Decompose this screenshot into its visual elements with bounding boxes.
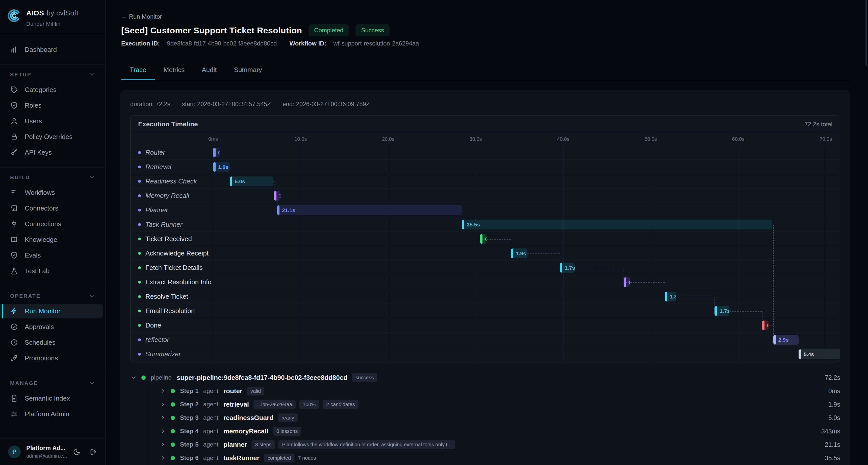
sidebar-item-connectors[interactable]: Connectors — [2, 201, 103, 215]
gantt-row-reflector: reflector2.9s — [130, 332, 840, 347]
logout-icon[interactable] — [90, 448, 97, 456]
tab-summary[interactable]: Summary — [225, 60, 271, 80]
node-dot-icon — [138, 295, 141, 298]
gantt-bar[interactable]: 0 — [480, 234, 487, 244]
sidebar-item-label: Schedules — [25, 339, 55, 347]
user-card[interactable]: P Platform Ad... admin@admin.c... — [0, 438, 105, 465]
sidebar-item-approvals[interactable]: Approvals — [2, 319, 103, 334]
bar-duration-label: 2.9s — [778, 337, 789, 343]
tab-metrics[interactable]: Metrics — [155, 60, 193, 80]
sidebar-item-knowledge[interactable]: Knowledge — [2, 232, 103, 247]
section-header-setup[interactable]: SETUP — [0, 71, 105, 81]
sidebar-item-connections[interactable]: Connections — [2, 216, 103, 231]
sidebar-item-semantic-index[interactable]: Semantic Index — [2, 391, 103, 406]
node-dot-icon — [138, 252, 141, 255]
chevron-right-icon[interactable] — [160, 388, 166, 394]
node-type: agent — [203, 455, 218, 462]
step-badge: completed — [264, 454, 294, 463]
sidebar-item-test-lab[interactable]: Test Lab — [2, 264, 103, 278]
node-type: agent — [203, 414, 218, 421]
workflow-id-label: Workflow ID: — [289, 40, 326, 47]
bar-duration-label: 1.3s — [670, 294, 676, 300]
axis-tick-label: 50.0s — [645, 136, 657, 142]
gantt-bar[interactable]: 5.0s — [230, 176, 273, 186]
axis-tick-label: 40.0s — [557, 136, 569, 142]
sidebar-item-api-keys[interactable]: API Keys — [2, 145, 103, 160]
tab-audit[interactable]: Audit — [193, 60, 225, 80]
bar-duration-label: 21.1s — [282, 207, 296, 213]
gantt-bar[interactable]: 5.4s — [799, 349, 840, 359]
app-title-suffix: by cvlSoft — [46, 9, 78, 17]
sidebar-item-run-monitor[interactable]: Run Monitor — [0, 304, 103, 318]
sidebar-item-workflows[interactable]: Workflows — [2, 185, 103, 200]
tree-row-pipeline[interactable]: pipelinesuper-pipeline:9de8fca8-fd17-4b9… — [130, 371, 840, 384]
node-duration: 72.2s — [825, 374, 840, 381]
sidebar-item-label: Test Lab — [25, 267, 50, 275]
bolt-icon — [10, 307, 18, 315]
tree-row-memoryrecall[interactable]: Step 4agentmemoryRecall0 lessons343ms — [160, 425, 840, 438]
chevron-right-icon[interactable] — [160, 428, 166, 434]
section-header-manage[interactable]: MANAGE — [0, 380, 105, 390]
tree-row-taskrunner[interactable]: Step 6agenttaskRunnercompleted7 nodes35.… — [160, 452, 840, 465]
agent-dot-icon — [138, 209, 141, 211]
sidebar-item-promotions[interactable]: Promotions — [2, 351, 103, 366]
bar-cap — [511, 249, 513, 258]
bar-cap — [714, 306, 717, 316]
sidebar-item-roles[interactable]: Roles — [2, 98, 103, 113]
section-header-build[interactable]: BUILD — [0, 174, 105, 184]
brand-logo-icon — [7, 9, 21, 22]
gantt-bar[interactable]: 1.9s — [511, 249, 527, 258]
gantt-bar[interactable]: 0 — [213, 148, 220, 157]
sidebar-item-platform-admin[interactable]: Platform Admin — [2, 407, 103, 421]
chevron-right-icon[interactable] — [160, 414, 166, 421]
section-header-operate[interactable]: OPERATE — [0, 293, 105, 303]
sidebar-item-evals[interactable]: Evals — [2, 248, 103, 263]
step-number: Step 2 — [180, 401, 199, 408]
gantt-bar[interactable]: 1.9s — [213, 162, 230, 172]
step-number: Step 1 — [180, 387, 199, 395]
run-meta: Execution ID: 9de8fca8-fd17-4b90-bc02-f3… — [121, 40, 425, 47]
tree-row-retrieval[interactable]: Step 2agentretrieval...ion-2a6294aa100%2… — [160, 398, 840, 411]
sidebar-item-categories[interactable]: Categories — [2, 82, 103, 97]
status-dot-icon — [171, 442, 175, 447]
tree-row-readinessguard[interactable]: Step 3agentreadinessGuardready5.0s — [160, 411, 840, 424]
page-scrollbar[interactable] — [866, 0, 867, 66]
dependency-connector — [730, 311, 762, 312]
gantt-row-name: Email Resolution — [146, 307, 195, 315]
status-badge-completed: Completed — [309, 24, 349, 36]
chevron-down-icon[interactable] — [130, 374, 137, 381]
sidebar-section-manage: MANAGESemantic IndexPlatform Admin — [0, 373, 105, 421]
sidebar-item-dashboard[interactable]: Dashboard — [2, 42, 103, 57]
dependency-connector — [527, 254, 560, 254]
node-duration: 343ms — [821, 428, 840, 435]
gantt-bar[interactable]: 35.5s — [462, 220, 773, 230]
tree-row-planner[interactable]: Step 5agentplanner8 stepsPlan follows th… — [160, 438, 840, 451]
dark-mode-moon-icon[interactable] — [73, 448, 81, 456]
bar-cap — [213, 148, 216, 157]
plug-icon — [10, 220, 18, 228]
gantt-bar[interactable]: 2.9s — [773, 335, 799, 345]
gantt-bar[interactable]: 0 — [762, 320, 769, 330]
bar-chart-icon — [10, 46, 18, 54]
chevron-right-icon[interactable] — [160, 401, 166, 408]
gantt-bar[interactable]: 1.7s — [560, 263, 575, 273]
agent-dot-icon — [138, 166, 141, 168]
bar-duration-label: 5.4s — [804, 351, 814, 357]
gantt-row-name: Retrieval — [146, 163, 172, 171]
gantt-bar[interactable]: 0 — [624, 277, 630, 287]
chevron-right-icon[interactable] — [160, 441, 166, 448]
sidebar-item-schedules[interactable]: Schedules — [2, 335, 103, 350]
back-to-run-monitor-link[interactable]: ← Run Monitor — [121, 13, 162, 20]
sidebar-item-users[interactable]: Users — [2, 114, 103, 128]
gantt-bar[interactable]: 1.7s — [714, 306, 730, 316]
gantt-bar[interactable]: 1.3s — [665, 292, 676, 301]
gantt-bar[interactable]: 3 — [274, 191, 280, 201]
chevron-right-icon[interactable] — [160, 455, 166, 461]
tab-trace[interactable]: Trace — [121, 60, 155, 80]
status-dot-icon — [171, 416, 175, 420]
gantt-row-name: Router — [146, 149, 165, 156]
gantt-bar[interactable]: 21.1s — [277, 205, 462, 215]
sidebar-item-policy-overrides[interactable]: Policy Overrides — [2, 129, 103, 144]
sidebar-item-label: Knowledge — [25, 236, 57, 243]
tree-row-router[interactable]: Step 1agentroutervalid0ms — [160, 384, 840, 398]
